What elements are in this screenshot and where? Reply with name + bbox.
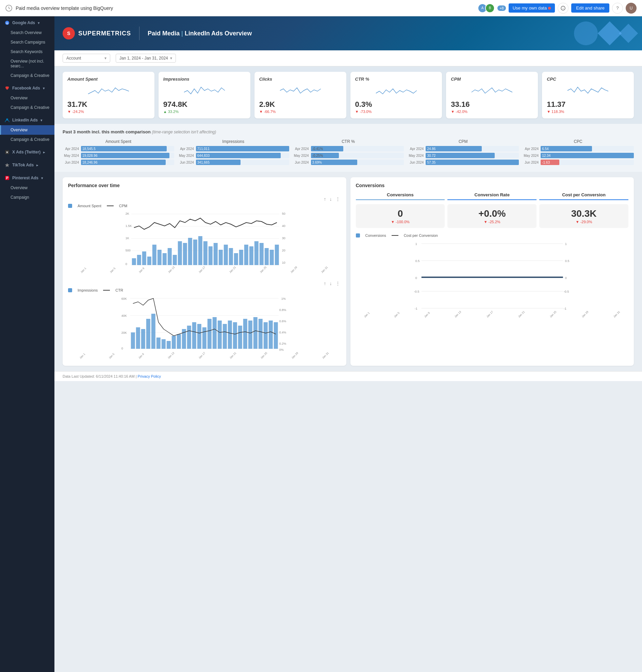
svg-text:60K: 60K <box>121 297 127 300</box>
svg-rect-88 <box>228 321 232 349</box>
svg-rect-36 <box>183 243 187 265</box>
svg-rect-34 <box>173 255 177 265</box>
svg-text:P: P <box>6 176 9 180</box>
sidebar-group-header-x[interactable]: ✕ X Ads (Twitter) ▸ <box>0 147 54 157</box>
chart1-up-btn[interactable]: ↑ <box>323 196 327 203</box>
svg-rect-33 <box>168 248 172 265</box>
svg-rect-81 <box>192 322 196 349</box>
metric-value-cpc: 11.37 <box>547 100 629 109</box>
avatar-2: B <box>485 3 495 13</box>
chart1-menu-btn[interactable]: ⋮ <box>335 196 341 203</box>
metric-change-impressions: ▲ 33.2% <box>163 109 246 114</box>
sidebar-item-li-overview[interactable]: Overview <box>0 125 54 135</box>
account-label: Account <box>66 56 81 61</box>
google-icon: G <box>5 21 10 25</box>
sidebar-item-search-campaigns[interactable]: Search Campaigns <box>0 37 54 47</box>
svg-rect-50 <box>255 241 259 265</box>
conv-col-3: Cost per Conversion <box>539 192 628 200</box>
performance-card: Performance over time ↑ ↓ ⋮ Amount Spent… <box>63 177 346 366</box>
svg-text:G: G <box>6 22 8 25</box>
svg-rect-85 <box>213 317 217 349</box>
edit-share-button[interactable]: Edit and share <box>571 3 609 13</box>
past-bar-row-jun-amount: Jun 2024 18,246.96 <box>63 159 174 165</box>
chart-controls-2[interactable]: ↑ ↓ ⋮ <box>68 280 341 287</box>
chart2-menu-btn[interactable]: ⋮ <box>335 280 341 287</box>
sidebar-item-pi-campaign[interactable]: Campaign <box>0 193 54 202</box>
svg-rect-54 <box>275 245 279 265</box>
svg-rect-45 <box>229 248 233 265</box>
past-col-title-amount-spent: Amount Spent <box>63 139 174 144</box>
metrics-section: Amount Spent 31.7K ▼ -24.2% Impressions <box>54 66 642 124</box>
metric-change-cpm: ▼ -42.0% <box>451 109 533 114</box>
svg-rect-28 <box>142 251 146 265</box>
past-grid: Amount Spent Apr 2024 18,545.5 May 2024 <box>63 139 634 166</box>
sparkline-cpc <box>547 84 629 97</box>
info-button[interactable]: i <box>557 3 568 14</box>
sidebar-group-header-tiktok[interactable]: TikTok Ads ▸ <box>0 160 54 170</box>
sidebar-group-pinterest: P Pinterest Ads ▾ Overview Campaign <box>0 171 54 204</box>
sidebar-item-li-campaign[interactable]: Campaign & Creative <box>0 135 54 144</box>
legend-line-cost <box>391 235 398 236</box>
chart2-area: 60K 40K 20K 0 1% 0.8% 0.6% 0.4% 0.2% 0% <box>68 295 341 360</box>
svg-rect-52 <box>265 248 269 265</box>
shape-diamond <box>598 22 622 46</box>
chart-controls-1[interactable]: ↑ ↓ ⋮ <box>68 196 341 203</box>
logo-icon: S <box>63 27 75 39</box>
svg-text:0: 0 <box>565 276 566 280</box>
chart2-down-btn[interactable]: ↓ <box>329 280 333 287</box>
topbar: Paid media overview template using BigQu… <box>0 0 642 16</box>
sidebar-group-header-linkedin[interactable]: LinkedIn Ads ▾ <box>0 115 54 125</box>
privacy-policy-link[interactable]: Privacy Policy <box>138 374 161 378</box>
sidebar-item-fb-overview[interactable]: Overview <box>0 93 54 103</box>
metric-value-impressions: 974.8K <box>163 100 246 109</box>
facebook-expand-arrow: ▾ <box>43 87 44 90</box>
sidebar-group-header-facebook[interactable]: Facebook Ads ▾ <box>0 83 54 93</box>
sidebar: G Google Ads ▾ Search Overview Search Ca… <box>0 16 54 672</box>
conversions-header: Conversions Conversion Rate Cost per Con… <box>356 192 629 200</box>
metric-title-cpc: CPC <box>547 77 629 82</box>
svg-text:1.5K: 1.5K <box>126 224 132 228</box>
legend-line-ctr <box>103 290 110 290</box>
chart2-up-btn[interactable]: ↑ <box>323 280 327 287</box>
svg-text:0.8%: 0.8% <box>279 308 286 312</box>
banner-title: Paid Media | LinkedIn Ads Overview <box>147 30 252 37</box>
user-avatar[interactable]: U <box>626 3 637 14</box>
date-filter[interactable]: Jan 1, 2024 - Jan 31, 2024 ▾ <box>116 54 176 63</box>
chart1-down-btn[interactable]: ↓ <box>329 196 333 203</box>
sidebar-item-overview-not-incl[interactable]: Overview (not incl. searc... <box>0 56 54 71</box>
svg-rect-43 <box>219 250 223 265</box>
conv-chart-svg: 1 0.5 0 -0.5 -1 1 0.5 0 -0.5 -1 <box>356 240 629 315</box>
svg-rect-78 <box>177 334 181 349</box>
svg-rect-38 <box>193 240 197 265</box>
svg-rect-41 <box>208 246 213 265</box>
sidebar-group-header-google[interactable]: G Google Ads ▾ <box>0 18 54 28</box>
past-col-amount-spent: Amount Spent Apr 2024 18,545.5 May 2024 <box>63 139 174 166</box>
past-col-impressions: Impressions Apr 2024 711,011 May 2024 <box>178 139 289 166</box>
conv-change-1: ▼ -100.0% <box>360 220 441 224</box>
svg-text:1K: 1K <box>126 236 129 240</box>
google-ads-label: Google Ads <box>12 21 35 25</box>
sparkline-amount-spent <box>67 84 150 97</box>
sidebar-group-header-pinterest[interactable]: P Pinterest Ads ▾ <box>0 173 54 183</box>
help-button[interactable]: ? <box>612 3 623 14</box>
sidebar-item-campaign-creative-google[interactable]: Campaign & Creative <box>0 71 54 80</box>
past-3months-section: Past 3 month incl. this month comparison… <box>54 124 642 172</box>
main-content: S SUPERMETRICS Paid Media | LinkedIn Ads… <box>54 16 642 672</box>
badge-count: +8 <box>497 5 506 11</box>
use-own-data-button[interactable]: Use my own data <box>509 3 555 13</box>
sidebar-item-fb-campaign[interactable]: Campaign & Creative <box>0 103 54 112</box>
sidebar-item-search-keywords[interactable]: Search Keywords <box>0 47 54 56</box>
tiktok-ads-label: TikTok Ads <box>12 163 34 167</box>
legend-line-cpm <box>107 206 114 206</box>
chart1-svg: 2K 1.5K 1K 500 0 50 40 30 20 10 <box>68 211 341 272</box>
sidebar-item-search-overview[interactable]: Search Overview <box>0 28 54 37</box>
conv-chart-area: 1 0.5 0 -0.5 -1 1 0.5 0 -0.5 -1 <box>356 240 629 319</box>
past-col-title-ctr: CTR % <box>293 139 404 144</box>
past-bar-row-apr-amount: Apr 2024 18,545.5 <box>63 146 174 152</box>
svg-rect-35 <box>178 241 182 265</box>
svg-rect-83 <box>203 327 206 349</box>
account-filter[interactable]: Account ▾ <box>63 54 110 63</box>
sidebar-item-pi-overview[interactable]: Overview <box>0 183 54 193</box>
linkedin-expand-arrow: ▾ <box>40 118 42 122</box>
svg-rect-90 <box>238 326 242 349</box>
